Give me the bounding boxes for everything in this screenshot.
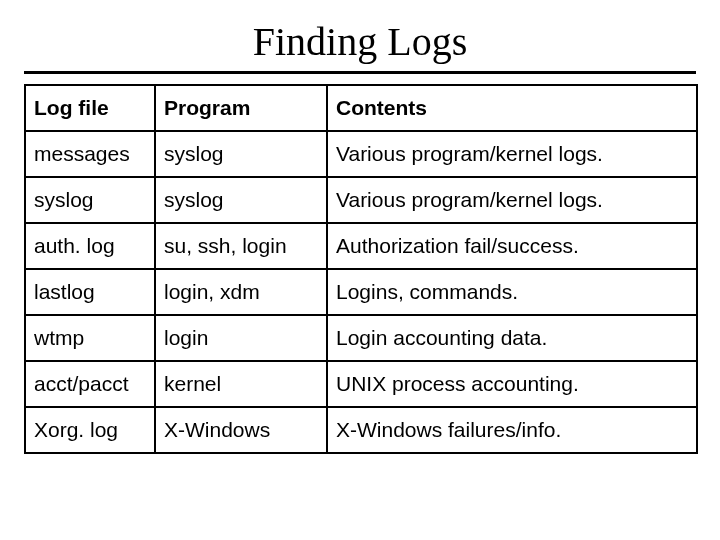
table-row: acct/pacct kernel UNIX process accountin… (25, 361, 697, 407)
table-row: syslog syslog Various program/kernel log… (25, 177, 697, 223)
cell-contents: Various program/kernel logs. (327, 131, 697, 177)
cell-contents: X-Windows failures/info. (327, 407, 697, 453)
cell-contents: Various program/kernel logs. (327, 177, 697, 223)
cell-program: X-Windows (155, 407, 327, 453)
table-row: auth. log su, ssh, login Authorization f… (25, 223, 697, 269)
cell-program: syslog (155, 177, 327, 223)
cell-contents: Logins, commands. (327, 269, 697, 315)
table-header-row: Log file Program Contents (25, 85, 697, 131)
table-row: messages syslog Various program/kernel l… (25, 131, 697, 177)
title-rule (24, 71, 696, 74)
slide: Finding Logs Log file Program Contents m… (0, 18, 720, 540)
cell-logfile: messages (25, 131, 155, 177)
cell-program: login, xdm (155, 269, 327, 315)
cell-logfile: wtmp (25, 315, 155, 361)
logs-table: Log file Program Contents messages syslo… (24, 84, 698, 454)
col-header-logfile: Log file (25, 85, 155, 131)
cell-logfile: syslog (25, 177, 155, 223)
table-row: Xorg. log X-Windows X-Windows failures/i… (25, 407, 697, 453)
cell-program: kernel (155, 361, 327, 407)
cell-logfile: Xorg. log (25, 407, 155, 453)
table-row: lastlog login, xdm Logins, commands. (25, 269, 697, 315)
col-header-contents: Contents (327, 85, 697, 131)
cell-contents: Authorization fail/success. (327, 223, 697, 269)
table-row: wtmp login Login accounting data. (25, 315, 697, 361)
cell-program: syslog (155, 131, 327, 177)
col-header-program: Program (155, 85, 327, 131)
cell-program: login (155, 315, 327, 361)
cell-logfile: auth. log (25, 223, 155, 269)
slide-title: Finding Logs (0, 18, 720, 65)
cell-logfile: lastlog (25, 269, 155, 315)
cell-logfile: acct/pacct (25, 361, 155, 407)
cell-contents: Login accounting data. (327, 315, 697, 361)
cell-program: su, ssh, login (155, 223, 327, 269)
cell-contents: UNIX process accounting. (327, 361, 697, 407)
